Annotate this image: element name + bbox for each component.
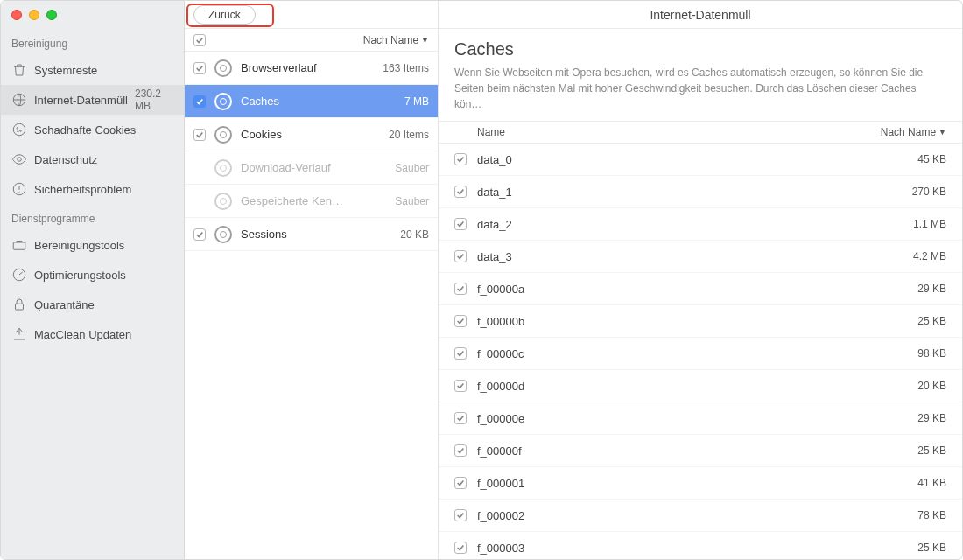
file-name: f_000002	[477, 509, 907, 522]
minimize-window-button[interactable]	[29, 10, 39, 20]
file-size: 98 KB	[917, 347, 946, 360]
file-name: f_00000a	[477, 283, 907, 296]
category-name: Caches	[241, 94, 396, 108]
file-size: 25 KB	[917, 444, 946, 457]
detail-sort-label: Nach Name	[881, 126, 936, 138]
close-window-button[interactable]	[11, 10, 22, 20]
sidebar-item[interactable]: Optimierungstools	[1, 260, 184, 290]
file-name: data_3	[477, 250, 903, 263]
detail-description: Wenn Sie Webseiten mit Opera besuchen, w…	[439, 65, 962, 121]
sidebar-item[interactable]: Datenschutz	[1, 144, 184, 174]
category-row[interactable]: Sessions20 KB	[185, 218, 438, 251]
file-checkbox[interactable]	[454, 153, 467, 165]
file-size: 78 KB	[917, 509, 946, 522]
sidebar-item-label: Optimierungstools	[34, 269, 168, 282]
category-checkbox[interactable]	[193, 95, 206, 108]
file-checkbox[interactable]	[454, 444, 467, 457]
category-toolbar: Zurück	[185, 1, 438, 29]
sidebar-section-title: Dienstprogramme	[1, 204, 184, 230]
category-checkbox[interactable]	[193, 228, 206, 241]
file-name: f_000001	[477, 477, 907, 490]
sidebar-item[interactable]: MacClean Updaten	[1, 319, 184, 349]
opera-icon	[214, 93, 232, 110]
svg-point-5	[18, 158, 22, 162]
column-name: Name	[477, 126, 505, 138]
file-name: data_1	[477, 186, 902, 199]
file-list: data_045 KBdata_1270 KBdata_21.1 MBdata_…	[439, 144, 962, 559]
file-size: 45 KB	[917, 153, 946, 165]
file-checkbox[interactable]	[454, 380, 467, 392]
opera-icon	[214, 159, 232, 177]
cookie-icon	[11, 122, 27, 137]
back-button[interactable]: Zurück	[193, 5, 256, 24]
sidebar-item-label: Systemreste	[34, 64, 168, 77]
category-meta: 7 MB	[404, 95, 429, 108]
category-header: Nach Name ▼	[185, 29, 438, 52]
file-checkbox[interactable]	[454, 218, 467, 230]
category-row[interactable]: Caches7 MB	[185, 85, 438, 118]
opera-icon	[214, 226, 232, 243]
file-checkbox[interactable]	[454, 347, 467, 360]
sidebar-item[interactable]: Systemreste	[1, 55, 184, 85]
chevron-down-icon: ▼	[938, 128, 946, 136]
zoom-window-button[interactable]	[46, 10, 57, 20]
file-checkbox[interactable]	[454, 412, 467, 424]
file-row[interactable]: f_00000f25 KB	[439, 435, 962, 467]
category-name: Browserverlauf	[241, 61, 374, 74]
file-row[interactable]: data_1270 KB	[439, 176, 962, 208]
file-row[interactable]: f_00000a29 KB	[439, 273, 962, 305]
sidebar-item[interactable]: Bereinigungstools	[1, 230, 184, 260]
sidebar-item-label: Internet-Datenmüll	[34, 94, 128, 107]
svg-point-2	[17, 128, 18, 130]
file-row[interactable]: f_00000278 KB	[439, 500, 962, 532]
category-sort[interactable]: Nach Name ▼	[363, 34, 429, 46]
file-checkbox[interactable]	[454, 477, 467, 489]
category-row[interactable]: Download-VerlaufSauber	[185, 151, 438, 185]
sidebar-item[interactable]: Quarantäne	[1, 290, 184, 319]
file-checkbox[interactable]	[454, 283, 467, 295]
file-row[interactable]: f_00000e29 KB	[439, 402, 962, 435]
file-row[interactable]: f_00000d20 KB	[439, 370, 962, 402]
app-window: BereinigungSystemresteInternet-Datenmüll…	[0, 0, 963, 560]
file-row[interactable]: f_00000325 KB	[439, 532, 962, 559]
file-checkbox[interactable]	[454, 315, 467, 327]
category-name: Cookies	[241, 128, 380, 141]
globe-icon	[11, 92, 27, 108]
file-checkbox[interactable]	[454, 542, 467, 554]
file-checkbox[interactable]	[454, 186, 467, 198]
sidebar-item[interactable]: Schadhafte Cookies	[1, 115, 184, 144]
category-checkbox[interactable]	[193, 62, 206, 74]
sidebar-item[interactable]: Internet-Datenmüll230.2 MB	[1, 85, 184, 115]
category-name: Sessions	[241, 228, 391, 241]
opera-icon	[214, 60, 232, 77]
file-row[interactable]: f_00000c98 KB	[439, 338, 962, 370]
file-checkbox[interactable]	[454, 509, 467, 522]
file-row[interactable]: data_34.2 MB	[439, 241, 962, 273]
file-row[interactable]: data_21.1 MB	[439, 208, 962, 241]
category-row[interactable]: Cookies20 Items	[185, 118, 438, 151]
lock-icon	[11, 297, 27, 312]
trash-icon	[11, 62, 27, 78]
file-row[interactable]: f_00000141 KB	[439, 467, 962, 500]
category-meta: 20 KB	[400, 228, 429, 241]
file-size: 4.2 MB	[913, 250, 946, 262]
file-row[interactable]: data_045 KB	[439, 144, 962, 176]
svg-point-1	[13, 123, 25, 136]
sidebar-item-label: Quarantäne	[34, 298, 168, 312]
category-meta: 163 Items	[383, 62, 429, 74]
detail-sort[interactable]: Nach Name ▼	[881, 126, 946, 138]
category-name: Gespeicherte Ken…	[241, 194, 386, 207]
file-checkbox[interactable]	[454, 250, 467, 262]
file-row[interactable]: f_00000b25 KB	[439, 305, 962, 338]
file-size: 1.1 MB	[913, 218, 946, 230]
select-all-checkbox[interactable]	[193, 34, 206, 46]
category-checkbox[interactable]	[193, 129, 206, 141]
category-row[interactable]: Gespeicherte Ken…Sauber	[185, 185, 438, 218]
category-pane: Zurück Nach Name ▼ Browserverlauf163 Ite…	[185, 1, 439, 559]
file-size: 25 KB	[917, 315, 946, 327]
svg-rect-7	[13, 242, 25, 249]
sidebar-item[interactable]: Sicherheitsproblem	[1, 174, 184, 204]
eye-icon	[11, 151, 27, 167]
category-row[interactable]: Browserverlauf163 Items	[185, 52, 438, 85]
svg-rect-9	[16, 304, 24, 310]
